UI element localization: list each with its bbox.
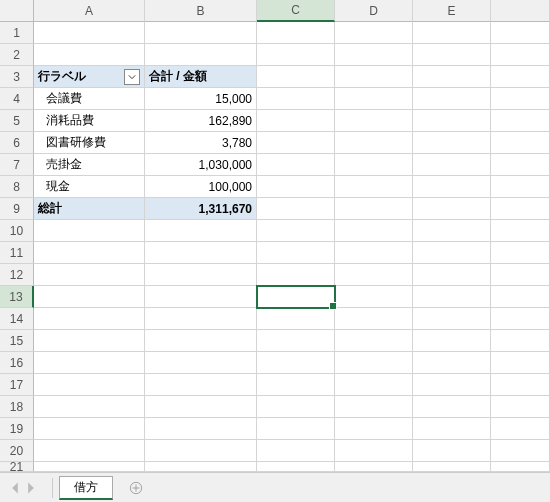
cell[interactable] (335, 396, 413, 418)
cell[interactable] (413, 66, 491, 88)
cell[interactable] (145, 418, 257, 440)
cell[interactable] (335, 462, 413, 472)
cell[interactable] (335, 286, 413, 308)
cell[interactable] (257, 374, 335, 396)
cell[interactable] (413, 220, 491, 242)
cell[interactable] (257, 308, 335, 330)
cell[interactable] (413, 110, 491, 132)
cell[interactable] (413, 242, 491, 264)
cell[interactable] (413, 44, 491, 66)
row-header[interactable]: 16 (0, 352, 34, 374)
row-header[interactable]: 5 (0, 110, 34, 132)
pivot-item-value[interactable]: 1,030,000 (145, 154, 257, 176)
cell[interactable] (413, 286, 491, 308)
cell[interactable] (335, 440, 413, 462)
cell[interactable] (335, 88, 413, 110)
cell[interactable] (491, 242, 550, 264)
cell[interactable] (413, 352, 491, 374)
pivot-total-value[interactable]: 1,311,670 (145, 198, 257, 220)
spreadsheet-grid[interactable]: A B C D E 1 2 3 行ラベル 合計 / 金額 4 会議費 15,00… (0, 0, 550, 484)
cell[interactable] (413, 22, 491, 44)
row-header[interactable]: 21 (0, 462, 34, 472)
cell[interactable] (145, 220, 257, 242)
cell[interactable] (34, 462, 145, 472)
cell[interactable] (257, 396, 335, 418)
row-header[interactable]: 14 (0, 308, 34, 330)
cell[interactable] (257, 330, 335, 352)
cell[interactable] (257, 440, 335, 462)
row-header[interactable]: 11 (0, 242, 34, 264)
cell[interactable] (491, 330, 550, 352)
cell[interactable] (257, 22, 335, 44)
cell[interactable] (34, 22, 145, 44)
pivot-item-label[interactable]: 売掛金 (34, 154, 145, 176)
cell[interactable] (491, 154, 550, 176)
cell[interactable] (145, 22, 257, 44)
cell[interactable] (335, 264, 413, 286)
col-header-D[interactable]: D (335, 0, 413, 22)
cell[interactable] (491, 198, 550, 220)
cell[interactable] (335, 374, 413, 396)
cell[interactable] (335, 44, 413, 66)
cell[interactable] (335, 22, 413, 44)
cell[interactable] (257, 176, 335, 198)
cell[interactable] (145, 286, 257, 308)
cell[interactable] (335, 154, 413, 176)
row-header[interactable]: 1 (0, 22, 34, 44)
cell[interactable] (335, 352, 413, 374)
cell[interactable] (257, 154, 335, 176)
select-all-corner[interactable] (0, 0, 34, 22)
row-header[interactable]: 9 (0, 198, 34, 220)
cell[interactable] (34, 352, 145, 374)
cell[interactable] (413, 418, 491, 440)
cell[interactable] (257, 110, 335, 132)
cell[interactable] (257, 132, 335, 154)
cell[interactable] (413, 132, 491, 154)
pivot-filter-dropdown[interactable] (124, 69, 140, 85)
cell[interactable] (491, 176, 550, 198)
cell[interactable] (145, 242, 257, 264)
cell[interactable] (491, 22, 550, 44)
sheet-nav-prev[interactable] (8, 481, 22, 495)
cell[interactable] (491, 66, 550, 88)
active-cell[interactable] (257, 286, 335, 308)
cell[interactable] (491, 374, 550, 396)
cell[interactable] (335, 330, 413, 352)
pivot-item-value[interactable]: 162,890 (145, 110, 257, 132)
cell[interactable] (413, 462, 491, 472)
cell[interactable] (335, 308, 413, 330)
cell[interactable] (413, 440, 491, 462)
cell[interactable] (145, 352, 257, 374)
col-header-C[interactable]: C (257, 0, 335, 22)
pivot-total-label[interactable]: 総計 (34, 198, 145, 220)
cell[interactable] (257, 88, 335, 110)
sheet-tab-active[interactable]: 借方 (59, 476, 113, 500)
cell[interactable] (34, 242, 145, 264)
col-header-B[interactable]: B (145, 0, 257, 22)
cell[interactable] (335, 176, 413, 198)
cell[interactable] (145, 440, 257, 462)
pivot-item-label[interactable]: 会議費 (34, 88, 145, 110)
row-header[interactable]: 6 (0, 132, 34, 154)
cell[interactable] (34, 264, 145, 286)
cell[interactable] (491, 352, 550, 374)
row-header[interactable]: 10 (0, 220, 34, 242)
row-header[interactable]: 3 (0, 66, 34, 88)
cell[interactable] (491, 286, 550, 308)
cell[interactable] (145, 308, 257, 330)
cell[interactable] (335, 418, 413, 440)
cell[interactable] (145, 44, 257, 66)
cell[interactable] (491, 264, 550, 286)
row-header[interactable]: 20 (0, 440, 34, 462)
row-header[interactable]: 13 (0, 286, 34, 308)
row-header[interactable]: 2 (0, 44, 34, 66)
row-header[interactable]: 15 (0, 330, 34, 352)
cell[interactable] (335, 198, 413, 220)
row-header[interactable]: 4 (0, 88, 34, 110)
cell[interactable] (413, 154, 491, 176)
cell[interactable] (34, 44, 145, 66)
cell[interactable] (34, 330, 145, 352)
pivot-item-label[interactable]: 図書研修費 (34, 132, 145, 154)
cell[interactable] (34, 396, 145, 418)
pivot-value-header[interactable]: 合計 / 金額 (145, 66, 257, 88)
